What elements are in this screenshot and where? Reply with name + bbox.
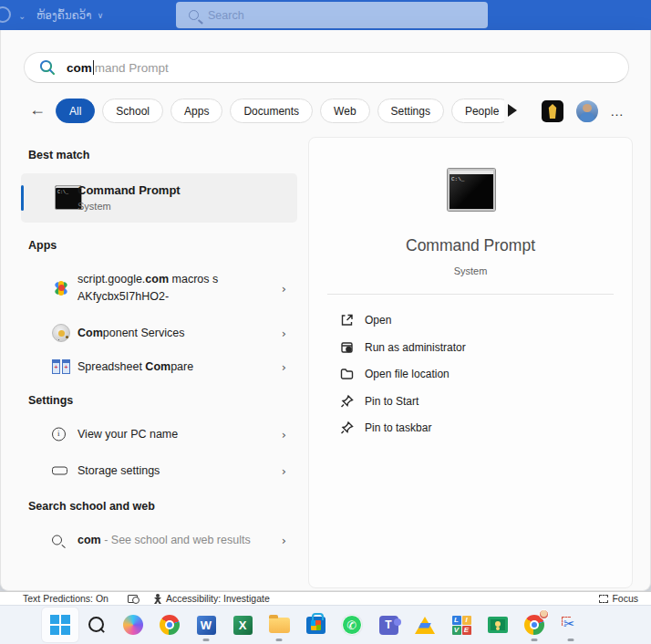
selection-indicator (21, 185, 24, 211)
taskbar-word-button[interactable]: W (188, 608, 224, 642)
chevron-right-icon: › (282, 327, 286, 340)
settings-result-pc-name[interactable]: View your PC name › (21, 419, 297, 450)
pin-icon (340, 421, 354, 434)
screen: ⌄ ຫ້ອງຄົ້ນຄວ້າ ∨ Search com mand Prompt (0, 0, 651, 644)
word-search-box[interactable]: Search (176, 2, 488, 28)
snipping-tool-icon (562, 616, 580, 634)
excel-icon: X (233, 616, 253, 635)
action-open[interactable]: Open (309, 306, 632, 333)
best-match-heading: Best match (28, 149, 89, 161)
start-button[interactable] (42, 608, 78, 642)
component-services-icon (52, 324, 70, 342)
chevron-right-icon: › (282, 360, 286, 374)
back-arrow-icon[interactable]: ← (29, 100, 46, 119)
chevron-right-icon: › (282, 428, 286, 441)
taskbar-chrome-profile-button[interactable] (516, 608, 553, 642)
taskbar-classroom-button[interactable] (480, 608, 516, 642)
taskbar: W X ✆ T LIVE (0, 605, 651, 644)
best-match-title: Command Prompt (78, 183, 181, 197)
running-indicator (532, 639, 538, 641)
school-account-app-icon[interactable] (542, 100, 563, 122)
run-as-admin-icon (340, 340, 354, 354)
running-indicator (568, 639, 574, 641)
app-result-component-services[interactable]: Component Services › (21, 317, 297, 348)
tab-settings[interactable]: Settings (377, 99, 444, 123)
title-chevron-icon: ∨ (98, 11, 104, 20)
chevron-right-icon: › (282, 282, 286, 296)
taskbar-store-button[interactable] (297, 608, 334, 642)
search-icon (52, 535, 62, 545)
google-drive-icon (415, 617, 435, 634)
user-avatar[interactable] (576, 100, 598, 122)
apps-heading: Apps (28, 239, 57, 252)
accessibility-icon (153, 594, 162, 604)
editor-status-icon[interactable] (128, 593, 138, 604)
settings-result-storage[interactable]: Storage settings › (21, 455, 297, 486)
liveworksheets-icon: LIVE (452, 616, 471, 635)
profile-badge-icon (539, 609, 549, 619)
spreadsheet-compare-icon (52, 359, 70, 374)
search-icon (189, 10, 199, 20)
tab-documents[interactable]: Documents (230, 99, 313, 123)
search-icon (38, 58, 57, 77)
app-result-google-script[interactable]: script.google.com macros s AKfycbx5I7hHO… (21, 263, 297, 314)
focus-mode-button[interactable]: Focus (599, 593, 638, 604)
taskbar-google-drive-button[interactable] (407, 608, 443, 642)
teams-icon: T (379, 616, 398, 635)
document-title[interactable]: ຫ້ອງຄົ້ນຄວ້າ ∨ (36, 0, 104, 30)
copilot-icon (123, 615, 143, 635)
quick-access-chevron-icon[interactable]: ⌄ (18, 11, 26, 21)
tab-school[interactable]: School (102, 99, 163, 123)
word-statusbar: Text Predictions: On Accessibility: Inve… (0, 591, 651, 605)
best-match-result[interactable]: Command Prompt System (21, 173, 297, 223)
taskbar-file-explorer-button[interactable] (261, 608, 297, 642)
school-emblem-icon (547, 104, 558, 119)
file-explorer-icon (269, 618, 290, 633)
apps-script-icon (52, 279, 70, 297)
google-classroom-icon (488, 617, 508, 633)
detail-subtitle: System (309, 265, 632, 276)
accessibility-status[interactable]: Accessibility: Investigate (153, 593, 270, 604)
windows-search-flyout: com mand Prompt ← All School Apps Docume… (0, 30, 651, 591)
detail-title: Command Prompt (309, 236, 632, 255)
best-match-subtitle: System (78, 201, 111, 212)
search-icon (88, 616, 106, 634)
taskbar-search-button[interactable] (78, 608, 115, 642)
windows-logo-icon (50, 615, 70, 635)
text-caret (93, 60, 94, 75)
taskbar-whatsapp-button[interactable]: ✆ (334, 608, 370, 642)
taskbar-chrome-button[interactable] (151, 608, 188, 642)
result-detail-panel: Command Prompt System Open Run as admini… (308, 137, 633, 588)
text-predictions-status[interactable]: Text Predictions: On (23, 593, 108, 604)
action-pin-to-taskbar[interactable]: Pin to taskbar (309, 414, 632, 441)
web-search-result[interactable]: com - See school and web results › (21, 525, 297, 556)
web-search-heading: Search school and web (28, 500, 155, 513)
tabs-overflow-arrow-icon[interactable] (508, 104, 517, 117)
running-indicator (276, 639, 283, 641)
action-pin-to-start[interactable]: Pin to Start (309, 388, 632, 414)
autosave-partial-icon (0, 6, 11, 23)
taskbar-excel-button[interactable]: X (224, 608, 261, 642)
tab-web[interactable]: Web (320, 99, 369, 123)
whatsapp-icon: ✆ (342, 615, 362, 635)
tab-all[interactable]: All (56, 99, 95, 123)
chevron-right-icon: › (282, 464, 286, 478)
tab-apps[interactable]: Apps (170, 99, 222, 123)
search-input[interactable]: com mand Prompt (24, 52, 629, 83)
taskbar-liveworksheets-button[interactable]: LIVE (443, 608, 480, 642)
chevron-right-icon: › (282, 534, 286, 547)
action-run-as-administrator[interactable]: Run as administrator (309, 334, 632, 360)
typed-query: com (67, 61, 92, 75)
divider (327, 294, 614, 295)
focus-icon (599, 595, 608, 603)
tab-people[interactable]: People (451, 99, 504, 123)
open-external-icon (340, 313, 354, 327)
action-open-file-location[interactable]: Open file location (309, 360, 632, 387)
word-search-placeholder: Search (208, 9, 244, 22)
more-options-button[interactable]: … (610, 103, 625, 119)
taskbar-copilot-button[interactable] (115, 608, 151, 642)
taskbar-snipping-tool-button[interactable] (553, 608, 589, 642)
taskbar-teams-button[interactable]: T (370, 608, 407, 642)
app-result-spreadsheet-compare[interactable]: Spreadsheet Compare › (21, 351, 297, 382)
word-titlebar: ⌄ ຫ້ອງຄົ້ນຄວ້າ ∨ Search (0, 0, 651, 30)
